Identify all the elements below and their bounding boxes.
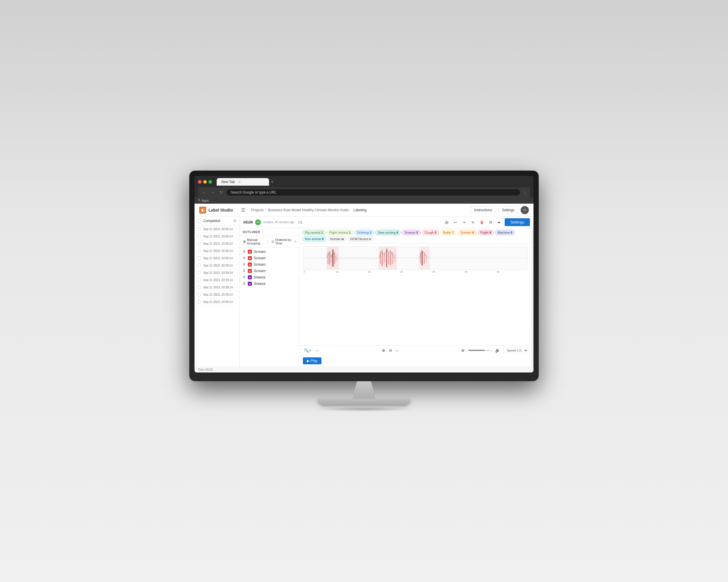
list-item[interactable]: Sep 21 2023, 20:59:14 (194, 269, 239, 276)
volume-slider[interactable] (468, 350, 492, 351)
sidebar-item-checkbox[interactable] (198, 227, 201, 231)
sidebar-gear-icon[interactable]: ⚙ (233, 219, 236, 223)
list-item[interactable]: Sep 21 2023, 20:59:14 (194, 262, 239, 269)
speaker-icon[interactable]: 🔊 (494, 348, 501, 353)
sidebar-item-checkbox[interactable] (198, 300, 201, 304)
copy-button[interactable]: ⧉ (488, 219, 494, 225)
sidebar-item-checkbox[interactable] (198, 234, 201, 238)
speed-select[interactable]: Speed 1.0 (503, 348, 528, 353)
zoom-in-button[interactable]: ⊕ (381, 348, 386, 353)
sidebar-item-date: Sep 21 2023, 20:59:14 (203, 286, 233, 289)
sidebar-completed-label: Completed (203, 219, 232, 223)
traffic-light-red[interactable] (198, 180, 202, 184)
breadcrumb-project-name[interactable]: Business Rule Model Healthy Climate Moni… (268, 208, 349, 212)
label-chip-cough[interactable]: Cough 6 (422, 230, 439, 235)
label-badge-purple: ■ (248, 275, 252, 279)
stand-neck (353, 381, 375, 399)
undo-button[interactable]: ↩ (452, 219, 459, 225)
resize-handle[interactable] (532, 228, 534, 367)
address-bar[interactable]: Search Google or type a URL (227, 189, 520, 196)
delete-annotation-button[interactable]: 🗑 (478, 219, 486, 225)
grid-view-button[interactable]: ⊞ (443, 219, 450, 225)
outliner-item-scream-2[interactable]: 🎙 ■ Scream (240, 255, 299, 261)
list-item[interactable]: Sep 21 2023, 20:59:14 (194, 233, 239, 240)
outliner-item-scream-1[interactable]: 🎙 ■ Scream (240, 249, 299, 255)
play-button[interactable]: ▶ Play (303, 357, 321, 364)
sidebar-select-all-checkbox[interactable] (198, 219, 202, 223)
monitor-shell: New Tab ✕ + ← → ↻ Search Google or type … (189, 170, 539, 412)
ordered-by-time-button[interactable]: ⊙ Ordered by Time (270, 238, 293, 246)
label-chip-non-animal[interactable]: Non animal 9 (302, 236, 327, 242)
list-item[interactable]: Sep 21 2023, 20:59:14 (194, 247, 239, 255)
hamburger-button[interactable]: ☰ (241, 207, 245, 213)
traffic-light-yellow[interactable] (203, 180, 207, 184)
update-button[interactable]: Settings (505, 218, 530, 226)
browser-toolbar: ← → ↻ Search Google or type a URL ⋮ (198, 187, 530, 197)
forward-button[interactable]: → (210, 189, 216, 195)
outliner-item-scream-3[interactable]: 🎙 ■ Scream (240, 261, 299, 268)
annotation-area: Pig neutral 1 Piglet neutral 2 Drinking … (300, 228, 532, 367)
label-chip-machine[interactable]: Machine 0 (495, 230, 515, 235)
list-item[interactable]: Sep 21 2023, 20:59:14 (194, 225, 239, 233)
sidebar-item-checkbox[interactable] (198, 293, 201, 296)
label-chip-fright[interactable]: Fright 9 (478, 230, 494, 235)
label-chip-sneeze[interactable]: Sneeze 5 (402, 230, 420, 235)
tab-active[interactable]: New Tab ✕ (217, 178, 269, 186)
redo-button[interactable]: ↪ (461, 219, 467, 225)
traffic-light-green[interactable] (208, 180, 212, 184)
label-chip-drinking[interactable]: Drinking 3 (355, 230, 374, 235)
zoom-in-right-button[interactable]: ⊕ (460, 348, 466, 353)
list-item[interactable]: Sep 21 2023, 20:59:14 (194, 255, 239, 262)
breadcrumb-projects[interactable]: Projects (251, 208, 263, 212)
zoom-in-icon[interactable]: 🔍+ (303, 348, 312, 353)
close-annotation-button[interactable]: ✕ (470, 219, 476, 225)
outliner-add-button[interactable]: + (294, 239, 297, 244)
label-chip-pig-neutral[interactable]: Pig neutral 1 (302, 230, 326, 235)
sidebar-item-checkbox[interactable] (198, 249, 201, 253)
sidebar-item-checkbox[interactable] (198, 285, 201, 289)
label-chip-hcm-device[interactable]: HCM Device e (348, 236, 373, 242)
sidebar-item-checkbox[interactable] (198, 256, 201, 260)
sidebar-item-date: Sep 21 2023, 20:59:14 (203, 235, 233, 238)
sidebar-item-checkbox[interactable] (198, 278, 201, 282)
waveform-container[interactable] (303, 247, 528, 270)
apps-label[interactable]: Apps (202, 199, 209, 202)
list-item[interactable]: Sep 21 2023, 20:59:14 (194, 298, 239, 306)
label-chip-battle[interactable]: Battle 7 (440, 230, 456, 235)
sidebar-item-date: Sep 21 2023, 20:59:14 (203, 249, 233, 253)
outliner-item-sneeze-1[interactable]: 🎙 ■ Sneeze (240, 274, 299, 280)
user-avatar[interactable]: NI (521, 206, 529, 214)
zoom-out-button[interactable]: ⊖ (388, 348, 393, 353)
tab-close-button[interactable]: ✕ (238, 180, 241, 184)
logo-area: ◧ Label Studio (199, 206, 233, 214)
sidebar-item-checkbox[interactable] (198, 264, 201, 267)
list-item[interactable]: Sep 21 2023, 20:59:14 (194, 291, 239, 298)
sidebar-item-checkbox[interactable] (198, 242, 201, 245)
manual-grouping-button[interactable]: ⊞ Manual Grouping (242, 238, 266, 246)
back-button[interactable]: ← (201, 189, 207, 195)
list-item[interactable]: Sep 21 2023, 20:59:14 (194, 276, 239, 284)
new-tab-button[interactable]: + (271, 179, 274, 186)
tick-30: 30 (432, 270, 464, 273)
label-chip-human[interactable]: Human w (328, 236, 346, 242)
label-chip-sow-nursing[interactable]: Sow nursing 4 (375, 230, 401, 235)
label-chip-scream[interactable]: Scream 8 (458, 230, 476, 235)
label-chip-piglet-neutral[interactable]: Piglet neutral 2 (327, 230, 353, 235)
instructions-button[interactable]: Instructions (470, 206, 496, 214)
sidebar-item-checkbox[interactable] (198, 271, 201, 274)
settings-button[interactable]: Settings (498, 206, 518, 214)
task-user-avatar: JO (255, 219, 261, 225)
play-area: ▶ Play (300, 355, 532, 367)
outliner-item-scream-4[interactable]: 🎙 ■ Scream (240, 268, 299, 274)
reload-button[interactable]: ↻ (218, 189, 224, 195)
outliner-item-name: Scream (254, 250, 266, 254)
list-item[interactable]: Sep 21 2023, 20:59:14 (194, 284, 239, 291)
browser-menu-button[interactable]: ⋮ (522, 190, 527, 195)
more-button[interactable]: ⬌ (496, 219, 502, 225)
sidebar-header: Completed ⚙ (194, 217, 239, 225)
list-item[interactable]: Sep 21 2023, 20:59:14 (194, 240, 239, 247)
logo-text[interactable]: Label Studio (208, 208, 233, 213)
outliner-item-sneeze-2[interactable]: 🎙 ■ Sneeze (240, 280, 299, 287)
main-layout: Completed ⚙ Sep 21 2023, 20:59:14 Sep 21… (194, 217, 534, 367)
sidebar-item-date: Sep 21 2023, 20:59:14 (203, 227, 233, 231)
